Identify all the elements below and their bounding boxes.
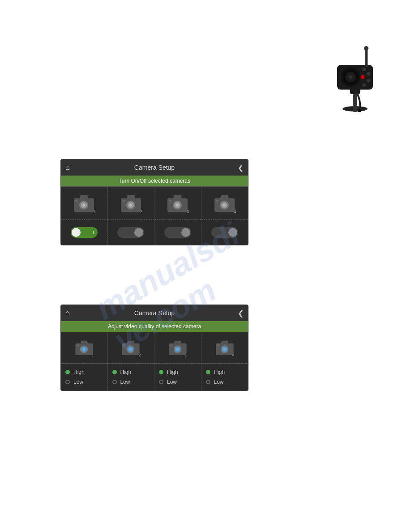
quality-low-label-2: Low — [120, 379, 130, 385]
svg-point-34 — [223, 204, 226, 206]
back-icon[interactable]: ❮ — [238, 163, 244, 172]
toggle-cell-2[interactable]: O — [108, 220, 155, 245]
svg-point-54 — [223, 348, 226, 350]
svg-rect-30 — [169, 200, 171, 202]
quality-low-3[interactable]: Low — [159, 379, 197, 385]
svg-rect-20 — [75, 200, 78, 202]
toggle-cell-4[interactable]: O — [201, 220, 248, 245]
svg-point-44 — [129, 348, 132, 350]
panel1-title: Camera Setup — [134, 164, 175, 171]
toggle-row: I O O O — [61, 220, 248, 245]
toggle-3[interactable]: O — [164, 227, 191, 238]
svg-point-49 — [176, 348, 179, 350]
p2-camera-icon-3: 3 — [167, 339, 188, 358]
toggle-1[interactable]: I — [71, 227, 98, 238]
p2-camera-icon-1: 1 — [73, 339, 95, 358]
quality-high-2[interactable]: High — [112, 369, 150, 375]
svg-rect-55 — [217, 344, 219, 346]
panel-video-quality: ⌂ Camera Setup ❮ Adjust video quality of… — [60, 305, 248, 391]
quality-high-label-2: High — [120, 369, 132, 375]
camera-cell-2[interactable]: 2 — [108, 187, 155, 220]
quality-low-label-4: Low — [214, 379, 224, 385]
radio-high-3 — [159, 370, 163, 374]
quality-low-4[interactable]: Low — [206, 379, 244, 385]
home-icon-2[interactable]: ⌂ — [65, 309, 70, 317]
svg-rect-12 — [361, 75, 364, 79]
svg-point-10 — [367, 79, 370, 82]
toggle-cell-3[interactable]: O — [154, 220, 201, 245]
toggle-knob-1 — [72, 228, 81, 237]
svg-point-24 — [129, 204, 132, 206]
camera-icon-1: 1 — [72, 193, 96, 215]
p2-cam1-num: 1 — [92, 353, 94, 357]
quality-high-label-3: High — [167, 369, 178, 375]
toggle-4[interactable]: O — [211, 227, 238, 238]
p2-camera-icon-4: 4 — [214, 339, 235, 358]
svg-point-29 — [176, 204, 179, 206]
quality-high-label-1: High — [73, 369, 85, 375]
quality-low-2[interactable]: Low — [112, 379, 150, 385]
quality-cell-3: High Low — [154, 364, 201, 390]
p2-camera-cell-1[interactable]: 1 — [61, 332, 108, 363]
quality-options-row: High Low High Low High Lo — [61, 363, 248, 390]
quality-cell-2: High Low — [108, 364, 155, 390]
home-icon[interactable]: ⌂ — [65, 163, 70, 172]
camera-cell-4[interactable]: 4 — [201, 187, 248, 220]
quality-cell-1: High Low — [61, 364, 108, 390]
cam2-num: 2 — [140, 210, 142, 214]
svg-point-39 — [83, 348, 85, 350]
panel1-subtitle: Turn On/Off selected cameras — [61, 176, 248, 186]
svg-point-19 — [82, 204, 85, 206]
svg-point-14 — [364, 46, 368, 51]
camera-cell-3[interactable]: 3 — [154, 187, 201, 220]
back-icon-2[interactable]: ❮ — [238, 309, 244, 317]
svg-point-9 — [367, 72, 370, 76]
radio-low-2 — [112, 380, 117, 384]
toggle-2[interactable]: O — [117, 227, 144, 238]
quality-cell-4: High Low — [201, 364, 248, 390]
panel1-header: ⌂ Camera Setup ❮ — [61, 159, 248, 176]
radio-low-1 — [65, 380, 70, 384]
p2-camera-icon-2: 2 — [120, 339, 141, 358]
svg-rect-35 — [216, 200, 218, 202]
quality-low-label-1: Low — [73, 379, 83, 385]
quality-high-label-4: High — [214, 369, 225, 375]
quality-low-label-3: Low — [167, 379, 177, 385]
radio-high-2 — [112, 370, 117, 374]
quality-low-1[interactable]: Low — [65, 379, 103, 385]
svg-point-7 — [349, 76, 352, 78]
camera-icon-2: 2 — [119, 193, 143, 215]
radio-low-4 — [206, 380, 210, 384]
svg-rect-45 — [123, 344, 125, 346]
toggle-cell-1[interactable]: I — [61, 220, 108, 245]
radio-high-1 — [65, 370, 70, 374]
panel-camera-onoff: ⌂ Camera Setup ❮ Turn On/Off selected ca… — [60, 159, 248, 245]
svg-rect-25 — [122, 200, 125, 202]
camera-product-image — [326, 36, 384, 112]
svg-point-8 — [362, 68, 366, 71]
panel2-subtitle: Adjust video quality of selected camera — [61, 321, 248, 332]
radio-low-3 — [159, 380, 163, 384]
p2-camera-cell-3[interactable]: 3 — [154, 332, 201, 363]
cam4-num: 4 — [234, 210, 236, 214]
camera-cell-1[interactable]: 1 — [61, 187, 108, 220]
quality-high-1[interactable]: High — [65, 369, 103, 375]
svg-rect-50 — [170, 344, 172, 346]
camera-icon-4: 4 — [212, 193, 237, 215]
cam1-num: 1 — [93, 210, 95, 214]
camera-icon-3: 3 — [165, 193, 190, 215]
p2-cam3-num: 3 — [185, 353, 188, 357]
panel2-cameras-grid: 1 2 — [61, 332, 248, 363]
panel2-header: ⌂ Camera Setup ❮ — [61, 305, 248, 321]
svg-rect-13 — [365, 49, 368, 67]
p2-camera-cell-2[interactable]: 2 — [108, 332, 155, 363]
panel1-cameras-grid: 1 2 — [61, 186, 248, 220]
svg-point-11 — [362, 83, 366, 87]
radio-high-4 — [206, 370, 210, 374]
p2-cam2-num: 2 — [138, 353, 141, 357]
panel2-title: Camera Setup — [134, 309, 175, 317]
svg-rect-40 — [77, 344, 79, 346]
p2-camera-cell-4[interactable]: 4 — [201, 332, 248, 363]
quality-high-4[interactable]: High — [206, 369, 244, 375]
quality-high-3[interactable]: High — [159, 369, 197, 375]
